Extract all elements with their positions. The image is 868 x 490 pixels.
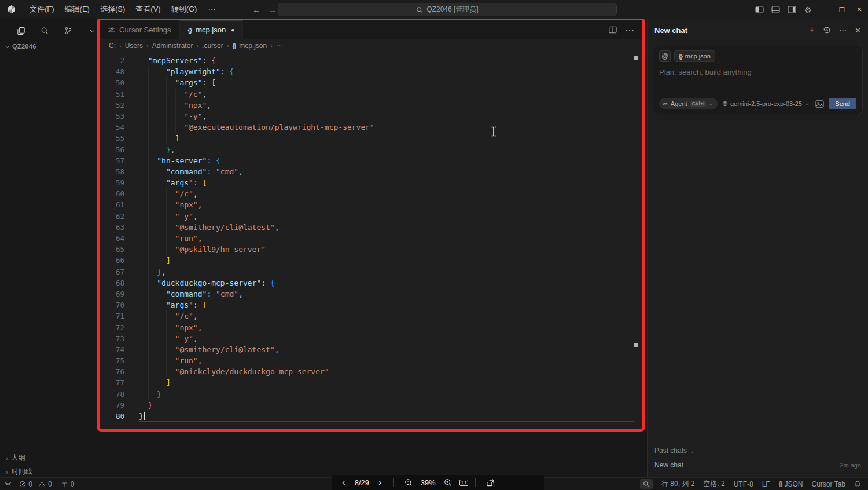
chat-more-icon[interactable]: ⋯ xyxy=(839,26,847,35)
cursor-position[interactable]: 行 80, 列 2 xyxy=(661,479,694,489)
code-line-78[interactable]: 78} xyxy=(100,389,642,400)
breadcrumb-item[interactable]: Users xyxy=(125,42,143,50)
menu-file[interactable]: 文件(F) xyxy=(24,2,60,17)
code-line-50[interactable]: 50"args": [ xyxy=(100,77,642,88)
actual-size-button[interactable]: 1:1 xyxy=(459,480,469,486)
code-line-53[interactable]: 53"-y", xyxy=(100,111,642,122)
code-line-51[interactable]: 51"/c", xyxy=(100,89,642,100)
send-button[interactable]: Send xyxy=(829,98,856,109)
chat-input-box[interactable]: @ {} mcp.json Plan, search, build anythi… xyxy=(653,45,863,115)
code-line-48[interactable]: 48"playwright": { xyxy=(100,66,642,77)
breadcrumb-item[interactable]: Administrator xyxy=(152,42,193,50)
forward-button[interactable]: → xyxy=(268,5,277,14)
code-line-66[interactable]: 66] xyxy=(100,255,642,266)
source-control-icon[interactable] xyxy=(61,24,75,38)
zoom-in-icon[interactable] xyxy=(444,478,452,487)
code-line-63[interactable]: 63"@smithery/cli@latest", xyxy=(100,222,642,233)
menu-view[interactable]: 查看(V) xyxy=(130,2,165,17)
tab-cursor-settings[interactable]: Cursor Settings xyxy=(100,20,180,39)
code-line-56[interactable]: 56}, xyxy=(100,144,642,155)
indentation-setting[interactable]: 空格: 2 xyxy=(703,479,724,489)
new-chat-button[interactable]: + xyxy=(810,25,815,35)
code-editor[interactable]: 2"mcpServers": {48"playwright": {50"args… xyxy=(100,53,642,429)
chat-history-item[interactable]: New chat 2m ago xyxy=(648,458,868,473)
toggle-secondary-sidebar-icon[interactable] xyxy=(784,0,800,19)
notifications-bell-icon[interactable] xyxy=(854,480,861,488)
code-line-68[interactable]: 68"duckduckgo-mcp-server": { xyxy=(100,277,642,288)
menu-selection[interactable]: 选择(S) xyxy=(95,2,130,17)
explorer-section-header[interactable]: QZ2046 xyxy=(5,43,36,50)
menu-overflow-button[interactable]: ⋯ xyxy=(202,3,221,16)
ports-indicator[interactable]: 0 xyxy=(61,480,75,488)
remote-indicator[interactable]: >< xyxy=(5,480,10,488)
add-context-button[interactable]: @ xyxy=(659,50,671,62)
code-line-62[interactable]: 62"-y", xyxy=(100,211,642,222)
code-line-71[interactable]: 71"/c", xyxy=(100,310,642,321)
command-center-search[interactable]: QZ2046 [管理员] xyxy=(278,3,617,16)
menu-edit[interactable]: 编辑(E) xyxy=(60,2,95,17)
viewer-next-button[interactable]: › xyxy=(378,477,382,488)
more-actions-icon[interactable]: ⋯ xyxy=(625,24,634,35)
cursor-tab-toggle[interactable]: Cursor Tab xyxy=(812,480,845,488)
problems-indicator[interactable]: 0 0 xyxy=(19,480,52,488)
breadcrumb-item[interactable]: C: xyxy=(109,42,116,50)
breadcrumb-item[interactable]: .cursor xyxy=(202,42,223,50)
past-chats-toggle[interactable]: Past chats ⌄ xyxy=(648,444,868,458)
close-window-button[interactable]: ✕ xyxy=(851,0,868,19)
code-line-65[interactable]: 65"@pskill9/hn-server" xyxy=(100,244,642,255)
toggle-panel-icon[interactable] xyxy=(767,0,784,19)
code-line-59[interactable]: 59"args": [ xyxy=(100,177,642,188)
code-line-69[interactable]: 69"command": "cmd", xyxy=(100,288,642,299)
titlebar: 文件(F) 编辑(E) 选择(S) 查看(V) 转到(G) ⋯ ← → QZ20… xyxy=(0,0,868,19)
tab-mcp-json[interactable]: {} mcp.json ● xyxy=(180,20,244,39)
code-line-75[interactable]: 75"run", xyxy=(100,355,642,366)
code-line-67[interactable]: 67}, xyxy=(100,266,642,277)
split-editor-icon[interactable] xyxy=(609,26,617,34)
copy-files-icon[interactable] xyxy=(14,24,28,38)
code-line-74[interactable]: 74"@smithery/cli@latest", xyxy=(100,344,642,355)
breadcrumb-item[interactable]: ⋯ xyxy=(276,42,283,50)
unsaved-dot-icon[interactable]: ● xyxy=(231,27,234,33)
search-sidebar-icon[interactable] xyxy=(38,24,52,38)
code-line-72[interactable]: 72"npx", xyxy=(100,322,642,333)
code-line-54[interactable]: 54"@executeautomation/playwright-mcp-ser… xyxy=(100,122,642,133)
menu-goto[interactable]: 转到(G) xyxy=(166,2,203,17)
code-line-55[interactable]: 55] xyxy=(100,133,642,144)
breadcrumb-item[interactable]: mcp.json xyxy=(239,42,267,50)
code-line-73[interactable]: 73"-y", xyxy=(100,333,642,344)
code-line-80[interactable]: 80} xyxy=(100,411,642,422)
timeline-section[interactable]: › 时间线 xyxy=(6,467,32,477)
maximize-button[interactable]: ☐ xyxy=(833,0,851,19)
outline-section[interactable]: › 大纲 xyxy=(6,453,32,463)
context-file-chip[interactable]: {} mcp.json xyxy=(674,50,715,62)
rotate-icon[interactable] xyxy=(486,478,495,487)
code-line-52[interactable]: 52"npx", xyxy=(100,100,642,111)
code-line-79[interactable]: 79} xyxy=(100,400,642,411)
zoom-out-icon[interactable] xyxy=(404,478,413,487)
eol-setting[interactable]: LF xyxy=(762,480,770,488)
zoom-indicator[interactable] xyxy=(640,479,653,489)
viewer-zoom-level[interactable]: 39% xyxy=(421,478,436,487)
toggle-sidebar-icon[interactable] xyxy=(751,0,767,19)
code-line-58[interactable]: 58"command": "cmd", xyxy=(100,166,642,177)
code-line-60[interactable]: 60"/c", xyxy=(100,188,642,199)
language-mode[interactable]: {} JSON xyxy=(779,480,803,488)
chat-history-icon[interactable] xyxy=(823,26,831,34)
encoding-setting[interactable]: UTF-8 xyxy=(734,480,753,488)
code-line-76[interactable]: 76"@nickclyde/duckduckgo-mcp-server" xyxy=(100,366,642,377)
model-selector[interactable]: gemini-2.5-pro-exp-03-25 ⌄ xyxy=(722,100,809,107)
code-line-57[interactable]: 57"hn-server": { xyxy=(100,155,642,166)
settings-gear-icon[interactable]: ⚙ xyxy=(800,0,816,19)
image-attach-icon[interactable] xyxy=(815,100,824,108)
code-line-64[interactable]: 64"run", xyxy=(100,233,642,244)
code-line-2[interactable]: 2"mcpServers": { xyxy=(100,55,642,66)
code-line-61[interactable]: 61"npx", xyxy=(100,199,642,210)
code-line-77[interactable]: 77] xyxy=(100,377,642,388)
viewer-prev-button[interactable]: ‹ xyxy=(342,477,345,488)
close-chat-icon[interactable]: ✕ xyxy=(855,26,861,35)
back-button[interactable]: ← xyxy=(252,5,261,14)
agent-mode-selector[interactable]: ∞ Agent Ctrl+I ⌄ xyxy=(659,98,718,109)
chat-header: New chat + ⋯ ✕ xyxy=(648,19,868,41)
code-line-70[interactable]: 70"args": [ xyxy=(100,299,642,310)
minimize-button[interactable]: ─ xyxy=(816,0,833,19)
